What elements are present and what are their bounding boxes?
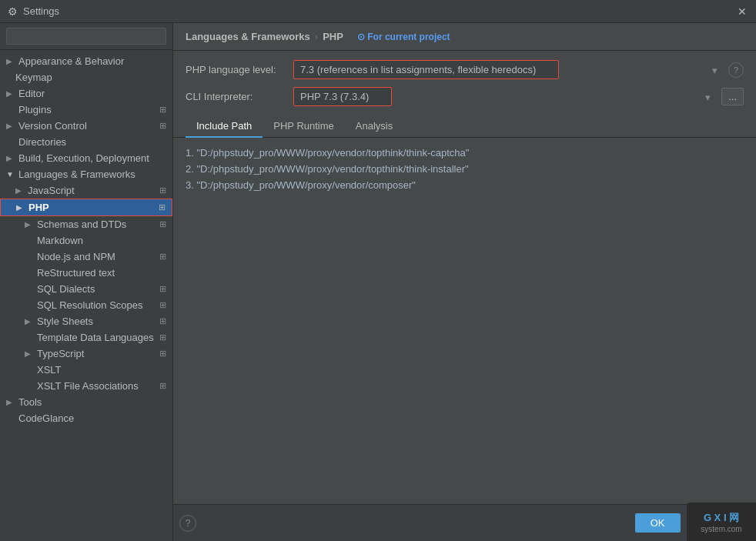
sync-icon: ⊞ <box>159 349 166 359</box>
sidebar-item-editor[interactable]: ▶ Editor <box>0 85 172 102</box>
chevron-right-icon: ▶ <box>25 220 34 229</box>
path-value: "D:/phpstudy_pro/WWW/proxy/vendor/topthi… <box>196 147 469 159</box>
sidebar-item-schemas-dtds[interactable]: ▶ Schemas and DTDs ⊞ <box>0 216 172 232</box>
sync-icon: ⊞ <box>159 284 166 294</box>
sidebar-item-languages-frameworks[interactable]: ▼ Languages & Frameworks <box>0 166 172 182</box>
app-icon: ⚙ <box>6 5 18 18</box>
sync-icon: ⊞ <box>159 121 166 131</box>
chevron-right-icon: ▶ <box>6 57 15 65</box>
main-layout: ▶ Appearance & Behavior Keymap ▶ Editor … <box>0 23 756 541</box>
list-item: 3. "D:/phpstudy_pro/WWW/proxy/vendor/com… <box>186 179 744 191</box>
sidebar-item-xslt-file-associations[interactable]: ▶ XSLT File Associations ⊞ <box>0 378 172 394</box>
cli-interpreter-label: CLI Interpreter: <box>186 91 286 102</box>
chevron-down-icon: ▼ <box>6 170 15 179</box>
content-area: Languages & Frameworks › PHP ⊙ For curre… <box>173 23 756 541</box>
php-language-level-help-icon[interactable]: ? <box>728 62 744 78</box>
sidebar-search-container <box>0 23 172 50</box>
chevron-right-icon: ▶ <box>6 122 15 130</box>
tab-analysis[interactable]: Analysis <box>345 115 403 138</box>
sidebar-item-version-control[interactable]: ▶ Version Control ⊞ <box>0 118 172 134</box>
search-input[interactable] <box>6 28 166 45</box>
sidebar-item-markdown[interactable]: ▶ Markdown <box>0 232 172 249</box>
watermark-text: system.com <box>701 525 741 533</box>
sync-icon: ⊞ <box>159 252 166 262</box>
tab-php-runtime[interactable]: PHP Runtime <box>263 115 345 138</box>
sidebar-item-php[interactable]: ▶ PHP ⊞ <box>0 199 172 216</box>
project-link[interactable]: ⊙ For current project <box>357 32 450 42</box>
ok-button[interactable]: OK <box>635 513 681 533</box>
cli-interpreter-control: PHP 7.3 (7.3.4) ... <box>293 87 744 106</box>
sync-icon: ⊞ <box>159 219 166 229</box>
chevron-right-icon: ▶ <box>25 317 34 326</box>
breadcrumb-current: PHP <box>323 31 343 42</box>
bottom-bar: ? OK Cancel <box>173 504 756 541</box>
path-number: 1. <box>186 147 194 159</box>
sync-icon: ⊞ <box>159 185 166 195</box>
sidebar-item-build-execution-deployment[interactable]: ▶ Build, Execution, Deployment <box>0 150 172 166</box>
sidebar-item-template-data-languages[interactable]: ▶ Template Data Languages ⊞ <box>0 329 172 346</box>
chevron-right-icon: ▶ <box>16 203 25 212</box>
breadcrumb-section: Languages & Frameworks <box>186 31 310 42</box>
cli-interpreter-browse-button[interactable]: ... <box>721 88 744 105</box>
path-value: "D:/phpstudy_pro/WWW/proxy/vendor/topthi… <box>196 163 468 175</box>
php-language-level-label: PHP language level: <box>186 64 286 75</box>
sync-icon: ⊞ <box>159 316 166 326</box>
chevron-right-icon: ▶ <box>6 398 15 406</box>
watermark: G X I 网 system.com <box>687 503 756 541</box>
path-number: 3. <box>186 179 194 191</box>
sidebar-item-keymap[interactable]: Keymap <box>0 69 172 85</box>
settings-form: PHP language level: 7.3 (references in l… <box>173 51 756 115</box>
cli-interpreter-row: CLI Interpreter: PHP 7.3 (7.3.4) ... <box>186 87 744 106</box>
breadcrumb-arrow: › <box>315 31 318 42</box>
sidebar-item-restructured-text[interactable]: ▶ ReStructured text <box>0 265 172 281</box>
sidebar-tree: ▶ Appearance & Behavior Keymap ▶ Editor … <box>0 50 172 541</box>
sidebar-item-plugins[interactable]: ▶ Plugins ⊞ <box>0 102 172 118</box>
sidebar-item-typescript[interactable]: ▶ TypeScript ⊞ <box>0 346 172 362</box>
sidebar-item-tools[interactable]: ▶ Tools <box>0 394 172 410</box>
sidebar-item-xslt[interactable]: ▶ XSLT <box>0 362 172 378</box>
sync-icon: ⊞ <box>159 381 166 391</box>
sidebar-item-style-sheets[interactable]: ▶ Style Sheets ⊞ <box>0 313 172 329</box>
sync-icon: ⊞ <box>159 332 166 342</box>
sidebar-item-sql-dialects[interactable]: ▶ SQL Dialects ⊞ <box>0 281 172 297</box>
window-title: Settings <box>23 5 730 17</box>
cli-interpreter-select[interactable]: PHP 7.3 (7.3.4) <box>293 87 392 106</box>
title-bar: ⚙ Settings ✕ <box>0 0 756 23</box>
php-language-level-select[interactable]: 7.3 (references in list assignments, fle… <box>293 60 559 79</box>
sidebar-item-directories[interactable]: ▶ Directories <box>0 134 172 150</box>
sidebar: ▶ Appearance & Behavior Keymap ▶ Editor … <box>0 23 173 541</box>
php-language-level-control: 7.3 (references in list assignments, fle… <box>293 60 744 79</box>
breadcrumb: Languages & Frameworks › PHP ⊙ For curre… <box>173 23 756 51</box>
php-language-level-row: PHP language level: 7.3 (references in l… <box>186 60 744 79</box>
close-button[interactable]: ✕ <box>734 4 750 19</box>
tab-bar: Include Path PHP Runtime Analysis <box>173 115 756 138</box>
cli-interpreter-select-wrapper: PHP 7.3 (7.3.4) <box>293 87 717 106</box>
sync-icon: ⊞ <box>159 202 166 212</box>
sync-icon: ⊞ <box>159 300 166 310</box>
path-value: "D:/phpstudy_pro/WWW/proxy/vendor/compos… <box>196 179 416 191</box>
list-item: 2. "D:/phpstudy_pro/WWW/proxy/vendor/top… <box>186 163 744 175</box>
watermark-brand: G X I 网 <box>704 511 739 525</box>
chevron-right-icon: ▶ <box>6 89 15 98</box>
sidebar-item-nodejs-npm[interactable]: ▶ Node.js and NPM ⊞ <box>0 249 172 265</box>
path-number: 2. <box>186 163 194 175</box>
sidebar-item-codeglance[interactable]: ▶ CodeGlance <box>0 410 172 426</box>
sync-icon: ⊞ <box>159 105 166 115</box>
path-list: 1. "D:/phpstudy_pro/WWW/proxy/vendor/top… <box>173 138 756 200</box>
tab-include-path[interactable]: Include Path <box>186 115 263 138</box>
sidebar-item-appearance-behavior[interactable]: ▶ Appearance & Behavior <box>0 53 172 69</box>
help-button[interactable]: ? <box>179 515 196 532</box>
sidebar-item-sql-resolution-scopes[interactable]: ▶ SQL Resolution Scopes ⊞ <box>0 297 172 313</box>
chevron-right-icon: ▶ <box>25 349 34 358</box>
sidebar-item-javascript[interactable]: ▶ JavaScript ⊞ <box>0 182 172 199</box>
chevron-right-icon: ▶ <box>6 154 15 162</box>
php-language-level-select-wrapper: 7.3 (references in list assignments, fle… <box>293 60 724 79</box>
list-item: 1. "D:/phpstudy_pro/WWW/proxy/vendor/top… <box>186 147 744 159</box>
chevron-right-icon: ▶ <box>15 186 25 195</box>
